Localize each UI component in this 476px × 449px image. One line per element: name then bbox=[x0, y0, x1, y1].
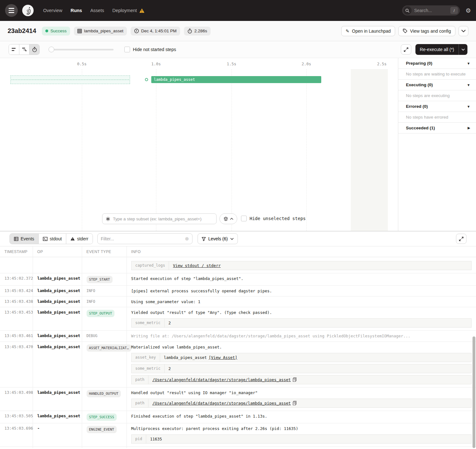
table-row[interactable]: 13:45:03.701 - RUN_SUCCESS Finished exec… bbox=[0, 446, 476, 448]
launchpad-label: Open in Launchpad bbox=[352, 29, 391, 34]
section-body: No steps have errored bbox=[398, 112, 476, 123]
cell-event-type: ENGINE_EVENT bbox=[82, 423, 127, 446]
log-message: Handled output "result" using IO manager… bbox=[131, 390, 472, 396]
table-row[interactable]: 13:45:03.438 lambda_pipes_asset INFO Usi… bbox=[0, 296, 476, 307]
logs-expand-button[interactable] bbox=[456, 234, 466, 244]
cell-event-type: RUN_SUCCESS bbox=[82, 446, 127, 448]
tags-config-label: View tags and config bbox=[410, 29, 451, 34]
timed-view-icon[interactable] bbox=[29, 44, 39, 55]
event-type-badge: ENGINE_EVENT bbox=[87, 426, 117, 433]
start-time-label: Dec 4, 1:45:01 PM bbox=[141, 29, 177, 33]
logs-toolbar: Events stdout stderr ⊗ Levels (6) bbox=[0, 231, 476, 246]
cell-event-type: HANDLED_OUTPUT bbox=[82, 387, 127, 411]
nav-deployment[interactable]: Deployment bbox=[112, 8, 144, 13]
table-row[interactable]: 13:45:02.372 lambda_pipes_asset STEP_STA… bbox=[0, 273, 476, 286]
cell-op: lambda_pipes_asset bbox=[33, 331, 82, 342]
table-row[interactable]: 13:45:03.696 - ENGINE_EVENT Multiprocess… bbox=[0, 423, 476, 446]
table-row[interactable]: 13:45:03.461 lambda_pipes_asset DEBUG Wr… bbox=[0, 331, 476, 342]
cell-info: Handled output "result" using IO manager… bbox=[127, 387, 476, 411]
panel-section-preparing[interactable]: Preparing (0) ▼ bbox=[398, 58, 476, 69]
reexecute-all-button[interactable]: Re-execute all (*) bbox=[415, 44, 467, 55]
copy-icon[interactable] bbox=[293, 377, 297, 382]
cell-op: - bbox=[33, 446, 82, 448]
slider-handle[interactable] bbox=[49, 47, 54, 52]
flat-view-icon[interactable] bbox=[9, 44, 19, 55]
cell-info: Writing file at: /Users/alangenfeld/data… bbox=[127, 331, 476, 342]
view-asset-link[interactable]: [View Asset] bbox=[209, 355, 237, 360]
gridline bbox=[82, 69, 82, 231]
panel-section-errored[interactable]: Errored (0) ▼ bbox=[398, 101, 476, 112]
path-link[interactable]: /Users/alangenfeld/data/dagster/storage/… bbox=[152, 377, 291, 382]
reexecute-caret-icon[interactable] bbox=[459, 44, 467, 55]
step-subset-box bbox=[102, 213, 217, 224]
events-table-container: TIMESTAMP OP EVENT TYPE INFO captured_lo… bbox=[0, 246, 476, 448]
search-input[interactable] bbox=[412, 8, 450, 13]
gantt-area: 0.5s 1.0s 1.5s 2.0s 2.5s lambda_pipes_as… bbox=[0, 58, 476, 231]
hide-not-started-checkbox[interactable] bbox=[124, 47, 130, 52]
cell-info: [pipes] external process successfully op… bbox=[127, 286, 476, 296]
cell-info: captured_logs View stdout / stderr bbox=[127, 257, 476, 273]
view-stdout-stderr-link[interactable]: View stdout / stderr bbox=[173, 263, 221, 268]
copy-icon[interactable] bbox=[293, 401, 297, 405]
clear-filter-icon[interactable]: ⊗ bbox=[185, 236, 189, 242]
nav-assets[interactable]: Assets bbox=[90, 8, 104, 13]
hide-unselected-checkbox[interactable] bbox=[241, 216, 247, 221]
duration-label: 2.286s bbox=[194, 29, 207, 33]
log-message: Finished execution of step "lambda_pipes… bbox=[131, 413, 472, 419]
metadata-row: pid 11635 bbox=[131, 434, 472, 444]
cell-op: - bbox=[33, 423, 82, 446]
axis-tick: 2.5s bbox=[377, 62, 387, 66]
panel-section-succeeded[interactable]: Succeeded (1) ▶ bbox=[398, 123, 476, 133]
levels-label: Levels (6) bbox=[208, 236, 228, 241]
header-more-button[interactable] bbox=[459, 26, 468, 36]
panel-section-executing[interactable]: Executing (0) ▼ bbox=[398, 80, 476, 90]
cell-info: Materialized value lambda_pipes_asset. a… bbox=[127, 342, 476, 387]
nav-runs[interactable]: Runs bbox=[70, 8, 82, 13]
table-row[interactable]: 13:45:03.498 lambda_pipes_asset HANDLED_… bbox=[0, 387, 476, 411]
view-toggle-group bbox=[9, 44, 40, 55]
menu-icon[interactable] bbox=[5, 4, 18, 17]
nav-overview[interactable]: Overview bbox=[43, 8, 62, 13]
log-message: [pipes] external process successfully op… bbox=[131, 288, 472, 294]
view-tags-config-button[interactable]: View tags and config bbox=[398, 26, 455, 36]
run-header: 23ab2414 Success lambda_pipes_asset Dec … bbox=[0, 21, 476, 41]
tab-stdout-label: stdout bbox=[50, 236, 62, 241]
grid-icon bbox=[77, 29, 82, 33]
gear-icon[interactable]: ⚙ bbox=[466, 7, 471, 14]
step-subset-input[interactable] bbox=[113, 217, 213, 221]
graph-options-button[interactable] bbox=[219, 213, 237, 224]
table-row[interactable]: 13:45:03.424 lambda_pipes_asset INFO [pi… bbox=[0, 286, 476, 296]
job-tag[interactable]: lambda_pipes_asset bbox=[74, 27, 127, 36]
col-op: OP bbox=[33, 246, 82, 257]
waterfall-view-icon[interactable] bbox=[19, 44, 29, 55]
scrollbar-thumb[interactable] bbox=[473, 336, 475, 448]
axis-tick: 1.5s bbox=[227, 62, 236, 66]
tab-stderr[interactable]: stderr bbox=[66, 234, 93, 244]
path-link[interactable]: /Users/alangenfeld/data/dagster/storage/… bbox=[152, 401, 291, 406]
table-row[interactable]: 13:45:03.470 lambda_pipes_asset ASSET_MA… bbox=[0, 342, 476, 387]
clock-icon bbox=[134, 29, 139, 33]
dagster-logo-icon[interactable] bbox=[22, 4, 34, 17]
expand-icon bbox=[404, 47, 408, 52]
search-box[interactable]: / bbox=[402, 5, 460, 16]
cell-timestamp: 13:45:03.701 bbox=[0, 446, 33, 448]
open-in-launchpad-button[interactable]: ✎ Open in Launchpad bbox=[341, 26, 395, 36]
tab-stdout[interactable]: stdout bbox=[38, 234, 66, 244]
table-row[interactable]: 13:45:03.453 lambda_pipes_asset STEP_OUT… bbox=[0, 307, 476, 331]
gantt-expand-button[interactable] bbox=[401, 44, 411, 55]
event-type-label: DEBUG bbox=[87, 334, 98, 338]
table-row[interactable]: 13:45:03.505 lambda_pipes_asset STEP_SUC… bbox=[0, 411, 476, 423]
metadata-row: some_metric 2 bbox=[131, 318, 472, 328]
filter-input[interactable] bbox=[101, 236, 185, 241]
event-type-badge: STEP_OUTPUT bbox=[87, 310, 115, 317]
levels-dropdown[interactable]: Levels (6) bbox=[198, 233, 238, 244]
gantt-step-bar[interactable]: lambda_pipes_asset bbox=[151, 76, 321, 83]
cell-op: lambda_pipes_asset bbox=[33, 342, 82, 387]
table-row[interactable]: captured_logs View stdout / stderr bbox=[0, 257, 476, 273]
zoom-slider[interactable] bbox=[49, 47, 114, 52]
reexecute-label: Re-execute all (*) bbox=[415, 44, 459, 55]
tab-events[interactable]: Events bbox=[10, 234, 38, 244]
stopwatch-icon bbox=[187, 29, 192, 34]
metadata-row: path /Users/alangenfeld/data/dagster/sto… bbox=[131, 399, 472, 408]
start-time: Dec 4, 1:45:01 PM bbox=[131, 27, 180, 36]
